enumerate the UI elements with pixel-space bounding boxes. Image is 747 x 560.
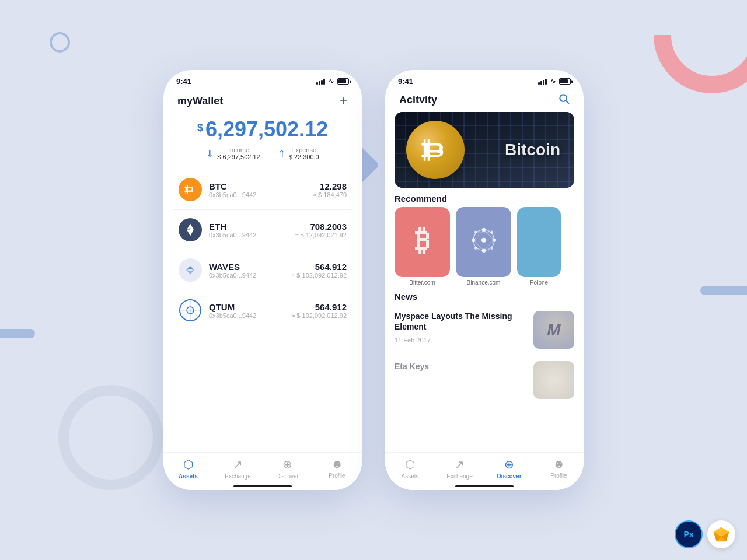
phone-wallet: 9:41 ∿ myWallet + $	[163, 70, 362, 490]
rec-poloniex[interactable]: Polone	[517, 207, 561, 286]
nav-discover-1[interactable]: ⊕ Discover	[263, 457, 312, 480]
bg-decoration-circle	[50, 32, 70, 52]
qtum-values: 564.912 ≈ $ 102,092,012.92	[291, 302, 347, 319]
bottom-nav-2: ⬡ Assets ↗ Exchange ⊕ Discover ☻ Profile	[385, 452, 584, 490]
btc-address: 0x3b5ca0...9442	[209, 191, 313, 198]
rec-btc-icon: ₿	[415, 223, 430, 257]
income-icon: ⇓	[206, 148, 214, 159]
waves-values: 564.912 ≈ $ 102,092,012.92	[291, 262, 347, 279]
m-letter: M	[547, 321, 560, 340]
wifi-icon-2: ∿	[550, 78, 556, 85]
exchange-icon-2: ↗	[455, 457, 465, 471]
signal-icon-2	[538, 79, 547, 85]
coin-item-qtum[interactable]: QTUM 0x3b5ca0...9442 564.912 ≈ $ 102,092…	[173, 290, 352, 330]
exchange-label-2: Exchange	[446, 473, 472, 480]
photoshop-badge: Ps	[675, 520, 703, 548]
svg-marker-3	[187, 230, 190, 236]
recommend-row: ₿ Bitter.com	[385, 207, 584, 286]
coin-item-btc[interactable]: BTC 0x3b5ca0...9442 12.298 ≈ $ 184,470	[173, 170, 352, 210]
balance-amount: 6,297,502.12	[205, 117, 328, 142]
status-bar-1: 9:41 ∿	[163, 70, 362, 88]
nav-profile-1[interactable]: ☻ Profile	[312, 457, 362, 480]
eth-amount: 708.2003	[295, 222, 347, 232]
profile-label-2: Profile	[550, 473, 567, 479]
rec-bitter[interactable]: ₿ Bitter.com	[395, 207, 450, 286]
btc-amount: 12.298	[313, 181, 347, 191]
balance-section: $ 6,297,502.12 ⇓ Income $ 6,297,502.12 ⇑…	[163, 111, 362, 170]
assets-icon-1: ⬡	[183, 457, 193, 471]
nav-exchange-2[interactable]: ↗ Exchange	[435, 457, 484, 480]
nav-profile-2[interactable]: ☻ Profile	[534, 457, 584, 480]
qtum-amount: 564.912	[291, 302, 347, 312]
coin-item-waves[interactable]: WAVES 0x3b5ca0...9442 564.912 ≈ $ 102,09…	[173, 250, 352, 290]
rec-card-poloniex	[517, 207, 561, 277]
nav-assets-1[interactable]: ⬡ Assets	[163, 457, 213, 480]
phones-container: 9:41 ∿ myWallet + $	[163, 70, 584, 490]
exchange-label-1: Exchange	[225, 473, 250, 480]
eth-info: ETH 0x3b5ca0...9442	[209, 222, 295, 239]
balance-display: $ 6,297,502.12	[177, 117, 348, 142]
news-thumb-2	[533, 361, 574, 399]
btc-info: BTC 0x3b5ca0...9442	[209, 181, 313, 198]
btc-icon	[179, 178, 202, 201]
wifi-icon-1: ∿	[329, 78, 334, 85]
eth-icon	[179, 218, 202, 242]
tools-row: Ps	[675, 520, 735, 548]
nav-discover-2[interactable]: ⊕ Discover	[484, 457, 534, 480]
assets-icon-2: ⬡	[405, 457, 415, 471]
news-thumb-img-2	[533, 361, 574, 399]
sketch-icon	[713, 526, 730, 542]
news-thumb-1: M	[533, 311, 574, 349]
news-title-2: Eta Keys	[395, 361, 526, 372]
svg-marker-2	[190, 230, 194, 236]
rec-card-bitter: ₿	[395, 207, 450, 277]
eth-usd: ≈ $ 12,092,021.92	[295, 232, 347, 239]
wallet-header: myWallet +	[163, 88, 362, 111]
activity-title: Acitvity	[399, 94, 437, 106]
add-button[interactable]: +	[340, 93, 348, 109]
app-title: myWallet	[177, 95, 223, 107]
waves-icon	[179, 258, 202, 282]
rec-binance[interactable]: Binance.com	[456, 207, 511, 286]
eth-name: ETH	[209, 222, 295, 232]
news-content-1: Myspace Layouts The Missing Element 11 F…	[395, 311, 526, 344]
news-item-2[interactable]: Eta Keys	[395, 355, 574, 405]
news-content-2: Eta Keys	[395, 361, 526, 372]
rec-poloniex-label: Polone	[530, 279, 548, 286]
discover-icon-1: ⊕	[282, 457, 292, 471]
expense-item: ⇑ Expense $ 22,300.0	[278, 146, 319, 160]
waves-info: WAVES 0x3b5ca0...9442	[209, 262, 291, 279]
news-title-1: Myspace Layouts The Missing Element	[395, 311, 526, 332]
profile-icon-1: ☻	[331, 457, 343, 471]
activity-header: Acitvity	[385, 88, 584, 112]
svg-point-14	[560, 94, 567, 102]
income-label: Income	[217, 146, 260, 153]
phone-activity: 9:41 ∿ Acitvity	[385, 70, 584, 490]
expense-label: Expense	[289, 146, 319, 153]
eth-values: 708.2003 ≈ $ 12,092,021.92	[295, 222, 347, 239]
bg-decoration-large-circle	[58, 385, 163, 490]
nav-assets-2[interactable]: ⬡ Assets	[385, 457, 435, 480]
news-item-1[interactable]: Myspace Layouts The Missing Element 11 F…	[395, 305, 574, 355]
binance-net-icon	[465, 221, 502, 259]
search-button[interactable]	[558, 93, 570, 107]
qtum-name: QTUM	[209, 302, 291, 312]
income-value: $ 6,297,502.12	[217, 153, 260, 160]
waves-usd: ≈ $ 102,092,012.92	[291, 272, 347, 279]
expense-icon: ⇑	[278, 148, 285, 159]
nav-exchange-1[interactable]: ↗ Exchange	[213, 457, 263, 480]
profile-label-1: Profile	[329, 473, 345, 479]
svg-marker-7	[186, 270, 194, 274]
rec-bitter-label: Bitter.com	[409, 279, 435, 286]
btc-values: 12.298 ≈ $ 184,470	[313, 181, 347, 198]
coin-item-eth[interactable]: ETH 0x3b5ca0...9442 708.2003 ≈ $ 12,092,…	[173, 210, 352, 250]
battery-icon-2	[559, 78, 571, 85]
battery-icon-1	[337, 78, 349, 85]
assets-label-2: Assets	[401, 473, 418, 480]
btc-name: BTC	[209, 181, 313, 191]
status-icons-2: ∿	[538, 78, 571, 85]
rec-binance-label: Binance.com	[467, 279, 501, 286]
bitcoin-text: Bitcoin	[505, 141, 560, 159]
qtum-usd: ≈ $ 102,092,012.92	[291, 312, 347, 319]
svg-line-15	[566, 101, 568, 103]
